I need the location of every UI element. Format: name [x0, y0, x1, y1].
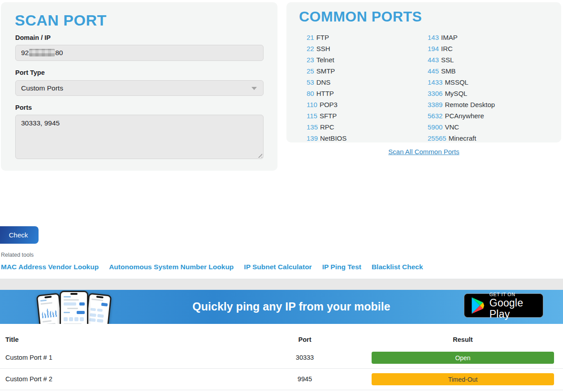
result-status-badge: Open [372, 352, 554, 364]
header-result: Result [372, 336, 554, 343]
common-ports-column-2: 143IMAP194IRC443SSL445SMB1433MSSQL3306My… [428, 32, 495, 144]
port-type-select[interactable]: Custom Ports [15, 80, 264, 96]
results-table: Title Port Result Custom Port # 130333Op… [0, 330, 563, 390]
mobile-app-banner[interactable]: Quickly ping any IP from your mobile GET… [0, 290, 563, 324]
port-service-name: PCAnywhere [445, 112, 484, 120]
domain-ip-input[interactable]: 9280 [15, 45, 264, 61]
port-number: 5900 [428, 123, 442, 131]
common-port-item[interactable]: 25565Minecraft [428, 133, 495, 144]
phone-mockup-center [60, 291, 88, 324]
common-port-item[interactable]: 139NetBIOS [307, 133, 346, 144]
port-number: 25565 [428, 134, 446, 142]
port-type-selected-value: Custom Ports [21, 84, 63, 92]
port-service-name: HTTP [316, 90, 334, 97]
port-number: 5632 [428, 112, 442, 120]
table-row: Custom Port # 130333Open [0, 347, 563, 369]
banner-title: Quickly ping any IP from your mobile [179, 300, 403, 313]
related-tool-link[interactable]: IP Subnet Calculator [244, 263, 312, 271]
scan-all-wrap: Scan All Common Ports [286, 148, 561, 156]
resize-handle-icon[interactable] [256, 152, 262, 158]
scan-port-title: SCAN PORT [15, 12, 107, 29]
related-tool-link[interactable]: Blacklist Check [372, 263, 423, 271]
port-service-name: Telnet [316, 56, 334, 64]
page: SCAN PORT Domain / IP 9280 Port Type Cus… [0, 0, 563, 392]
port-service-name: IRC [441, 45, 453, 52]
check-button[interactable]: Check [0, 226, 39, 244]
ports-value: 30333, 9945 [21, 119, 60, 127]
port-service-name: VNC [445, 123, 459, 131]
port-number: 23 [307, 56, 314, 64]
common-port-item[interactable]: 115SFTP [307, 110, 346, 121]
common-port-item[interactable]: 3389Remote Desktop [428, 99, 495, 110]
google-play-label: Google Play [489, 297, 543, 320]
common-port-item[interactable]: 135RPC [307, 121, 346, 133]
related-tools-label: Related tools [1, 252, 34, 258]
scan-port-panel: SCAN PORT Domain / IP 9280 Port Type Cus… [1, 2, 277, 171]
table-row: Custom Port # 29945Timed-Out [0, 369, 563, 390]
common-port-item[interactable]: 80HTTP [307, 88, 346, 99]
common-port-item[interactable]: 143IMAP [428, 32, 495, 43]
port-number: 1433 [428, 78, 442, 86]
scan-all-common-ports-link[interactable]: Scan All Common Ports [388, 148, 459, 155]
common-port-item[interactable]: 1433MSSQL [428, 77, 495, 88]
row-port: 9945 [269, 375, 341, 383]
port-number: 22 [307, 45, 314, 52]
port-number: 53 [307, 78, 314, 86]
common-port-item[interactable]: 25SMTP [307, 65, 346, 77]
port-number: 194 [428, 45, 439, 52]
phones-mockup-image [38, 290, 110, 324]
port-service-name: DNS [316, 78, 331, 86]
port-service-name: SMTP [316, 67, 335, 75]
port-number: 80 [307, 90, 314, 97]
port-service-name: MySQL [445, 90, 467, 97]
common-port-item[interactable]: 443SSL [428, 54, 495, 65]
port-service-name: SSH [316, 45, 330, 52]
row-title: Custom Port # 2 [5, 375, 52, 383]
common-port-item[interactable]: 3306MySQL [428, 88, 495, 99]
related-tool-link[interactable]: IP Ping Test [322, 263, 361, 271]
port-number: 443 [428, 56, 439, 64]
google-play-badge[interactable]: GET IT ON Google Play [464, 293, 543, 318]
port-service-name: Minecraft [449, 134, 476, 142]
banner-spacer-strip [0, 279, 563, 290]
common-port-item[interactable]: 23Telnet [307, 54, 346, 65]
common-port-item[interactable]: 53DNS [307, 77, 346, 88]
common-port-item[interactable]: 110POP3 [307, 99, 346, 110]
related-tool-link[interactable]: Autonomous System Number Lookup [109, 263, 234, 271]
port-type-label: Port Type [15, 69, 45, 76]
result-status-badge: Timed-Out [372, 373, 554, 385]
ports-label: Ports [15, 104, 32, 111]
port-number: 3389 [428, 101, 442, 108]
domain-value-prefix: 92 [21, 49, 29, 56]
port-service-name: RPC [320, 123, 334, 131]
header-title: Title [5, 336, 19, 343]
related-tool-link[interactable]: MAC Address Vendor Lookup [1, 263, 99, 271]
common-port-item[interactable]: 22SSH [307, 43, 346, 54]
get-it-on-text: GET IT ON [489, 292, 543, 297]
results-table-body: Custom Port # 130333OpenCustom Port # 29… [0, 347, 563, 390]
phone-mockup-right [85, 293, 112, 324]
port-service-name: Remote Desktop [445, 101, 495, 108]
common-port-item[interactable]: 5900VNC [428, 121, 495, 133]
common-port-item[interactable]: 194IRC [428, 43, 495, 54]
port-service-name: SSL [441, 56, 454, 64]
common-ports-column-1: 21FTP22SSH23Telnet25SMTP53DNS80HTTP110PO… [307, 32, 346, 144]
port-service-name: NetBIOS [320, 134, 346, 142]
redacted-ip-blur [29, 49, 55, 56]
common-port-item[interactable]: 445SMB [428, 65, 495, 77]
results-table-header: Title Port Result [0, 330, 563, 347]
port-number: 110 [307, 101, 317, 108]
chevron-down-icon [251, 87, 257, 90]
port-number: 143 [428, 34, 439, 41]
port-number: 445 [428, 67, 439, 75]
port-number: 115 [307, 112, 317, 120]
ports-textarea[interactable]: 30333, 9945 [15, 115, 264, 159]
port-service-name: SMB [441, 67, 456, 75]
common-ports-title: COMMON PORTS [299, 9, 422, 25]
common-port-item[interactable]: 21FTP [307, 32, 346, 43]
port-service-name: FTP [316, 34, 329, 41]
port-service-name: IMAP [441, 34, 458, 41]
common-port-item[interactable]: 5632PCAnywhere [428, 110, 495, 121]
port-number: 21 [307, 34, 314, 41]
google-play-icon [471, 297, 485, 314]
